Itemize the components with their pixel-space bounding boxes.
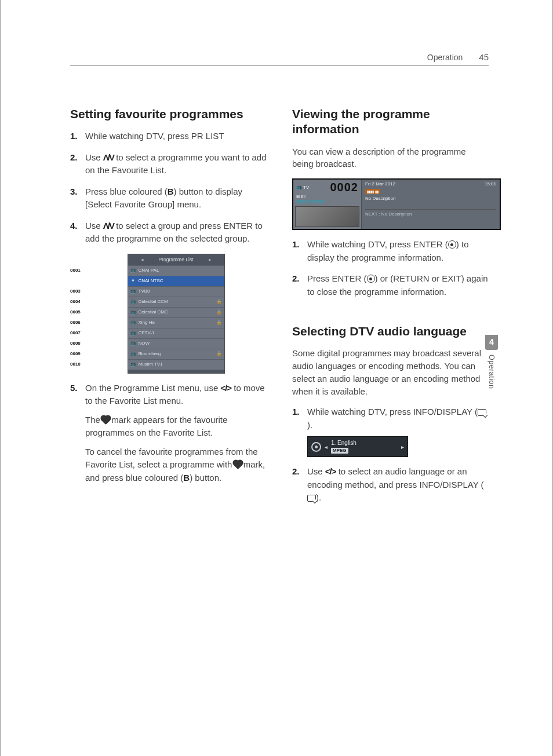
- step-text: On the Programme List menu, use </> to m…: [85, 383, 265, 406]
- screenshot-audio-lang: ◂ 1. English MPEG ▸: [307, 436, 408, 457]
- step-text: While watching DTV, press PR LIST: [85, 131, 224, 141]
- ss-proglist-row: 📺0009Bloomberg🔒: [128, 349, 224, 359]
- ss-row-num: 0004: [70, 298, 83, 305]
- step: 2. Use Λ/V to select a programme you wan…: [70, 151, 267, 177]
- step-number: 1.: [70, 130, 78, 143]
- ss-channel-number: 0002: [330, 181, 359, 194]
- running-header: Operation 45: [70, 52, 489, 66]
- step-number: 2.: [292, 272, 300, 286]
- ss-proglist-row: 📺0001CNAI PAL: [128, 265, 224, 276]
- enter-icon: [311, 442, 321, 452]
- ss-row-num: 0007: [70, 330, 83, 337]
- step-number: 2.: [70, 151, 78, 165]
- step-number: 4.: [70, 220, 78, 233]
- view-info-steps: 1. While watching DTV, press ENTER () to…: [292, 238, 489, 298]
- step-number: 3.: [70, 185, 78, 199]
- section-name: Operation: [427, 53, 463, 62]
- heading-audio-lang: Selecting DTV audio language: [292, 324, 489, 339]
- step: 2. Press ENTER () or (RETURN or EXIT) ag…: [292, 272, 489, 298]
- ss-row-num: 0010: [70, 361, 83, 368]
- info-display-icon: [307, 495, 316, 502]
- step: 3. Press blue coloured (B) button to dis…: [70, 185, 267, 211]
- ss-row-num: 0006: [70, 319, 83, 326]
- ss-proglist-row: ♥0002CNAI NTSC: [128, 276, 224, 286]
- ss-row-name: CETV-1: [139, 330, 214, 337]
- ss-audio-codec: MPEG: [331, 448, 348, 454]
- up-down-icon: Λ/V: [103, 152, 114, 162]
- ss-row-name: Celestial CMC: [139, 309, 214, 316]
- step: 1. While watching DTV, press INFO/DISPLA…: [292, 406, 489, 457]
- audio-lang-steps: 1. While watching DTV, press INFO/DISPLA…: [292, 406, 489, 505]
- ss-proglist-row: 📺0010Muslim TV1: [128, 359, 224, 370]
- tv-icon: 📺: [130, 298, 136, 305]
- ss-no-description: No Description: [365, 196, 496, 201]
- b-key: B: [183, 473, 190, 483]
- left-arrow-icon: ◂: [325, 443, 328, 451]
- lock-icon: 🔒: [216, 309, 222, 316]
- step-text: Use Λ/V to select a programme you want t…: [85, 152, 267, 176]
- ss-title: Programme List: [128, 254, 224, 265]
- tv-icon: 📺: [130, 350, 136, 357]
- note-cancel-favourite: To cancel the favourite programmes from …: [85, 445, 267, 485]
- screenshot-programme-list: Programme List 📺0001CNAI PAL♥0002CNAI NT…: [128, 254, 225, 374]
- left-right-icon: </>: [220, 383, 231, 393]
- tv-icon: 📺: [130, 267, 136, 274]
- step-text: While watching DTV, press ENTER () to di…: [307, 239, 469, 262]
- favourites-steps: 1. While watching DTV, press PR LIST 2. …: [70, 130, 267, 484]
- ss-row-name: CNAI NTSC: [139, 277, 214, 284]
- ss-audio-label: 1. English: [331, 440, 356, 446]
- ss-proglist-row: 📺0008NOW: [128, 338, 224, 349]
- heading-favourites: Setting favourite programmes: [70, 107, 267, 122]
- ss-proglist-row: 📺0003TVB8: [128, 286, 224, 297]
- tv-icon: 📺: [130, 319, 136, 326]
- step-text: Use Λ/V to select a group and press ENTE…: [85, 221, 263, 244]
- step: 4. Use Λ/V to select a group and press E…: [70, 220, 267, 374]
- up-down-icon: Λ/V: [103, 221, 114, 231]
- ss-row-num: 0001: [70, 267, 83, 274]
- chapter-number-chip: 4: [485, 335, 498, 350]
- ss-badge: ▮▮▮▮ ▮▮: [365, 189, 380, 194]
- tv-icon: 📺: [130, 309, 136, 316]
- ss-row-num: 0009: [70, 350, 83, 357]
- left-right-icon: </>: [325, 466, 336, 476]
- ss-tv-label: 📺 TV: [296, 185, 309, 190]
- screenshot-info-banner: 📺 TV 0002 ▮▮ ▮▯▯ CNAI NTSC Fri 2 Mar 201…: [292, 178, 501, 230]
- step-number: 2.: [292, 465, 300, 479]
- ss-next: NEXT : No Description: [365, 209, 496, 217]
- ss-row-num: 0002: [70, 277, 83, 284]
- heading-view-info: Viewing the programme information: [292, 107, 489, 137]
- ss-row-name: NOW: [139, 340, 214, 347]
- step-text: Press blue coloured (B) button to displa…: [85, 187, 242, 210]
- step: 1. While watching DTV, press ENTER () to…: [292, 238, 489, 264]
- lead-audio-lang: Some digital programmes may broadcast se…: [292, 347, 489, 397]
- lead-view-info: You can view a description of the progra…: [292, 145, 489, 171]
- enter-icon: [367, 275, 375, 283]
- chapter-label: Operation: [487, 355, 496, 389]
- ss-row-name: Bloomberg: [139, 350, 214, 357]
- ss-row-name: Celestial CCM: [139, 298, 214, 305]
- step-number: 5.: [70, 382, 78, 395]
- ss-proglist-row: 📺0007CETV-1: [128, 328, 224, 338]
- step: 1. While watching DTV, press PR LIST: [70, 130, 267, 143]
- tv-icon: 📺: [130, 361, 136, 368]
- step-number: 1.: [292, 238, 300, 251]
- ss-signal-bars: ▮▮ ▮▯▯: [293, 194, 361, 198]
- b-key: B: [168, 187, 174, 196]
- ss-row-num: 0003: [70, 288, 83, 295]
- lock-icon: 🔒: [216, 319, 222, 326]
- ss-row-num: 0008: [70, 340, 83, 347]
- ss-proglist-row: 📺0004Celestial CCM🔒: [128, 297, 224, 307]
- chapter-side-tab: 4 Operation: [485, 335, 498, 389]
- ss-row-name: CNAI PAL: [139, 267, 214, 274]
- step: 2. Use </> to select an audio language o…: [292, 465, 489, 505]
- ss-proglist-row: 📺0005Celestial CMC🔒: [128, 307, 224, 317]
- note-favourite-mark: The mark appears for the favourite progr…: [85, 414, 267, 440]
- ss-row-name: Xing He: [139, 319, 214, 326]
- ss-thumbnail: [295, 206, 359, 227]
- tv-icon: 📺: [130, 330, 136, 337]
- ss-time: 15:01: [485, 181, 496, 187]
- ss-row-num: 0005: [70, 309, 83, 316]
- ss-row-name: TVB8: [139, 288, 214, 295]
- step-number: 1.: [292, 406, 300, 419]
- tv-icon: ♥: [130, 277, 136, 284]
